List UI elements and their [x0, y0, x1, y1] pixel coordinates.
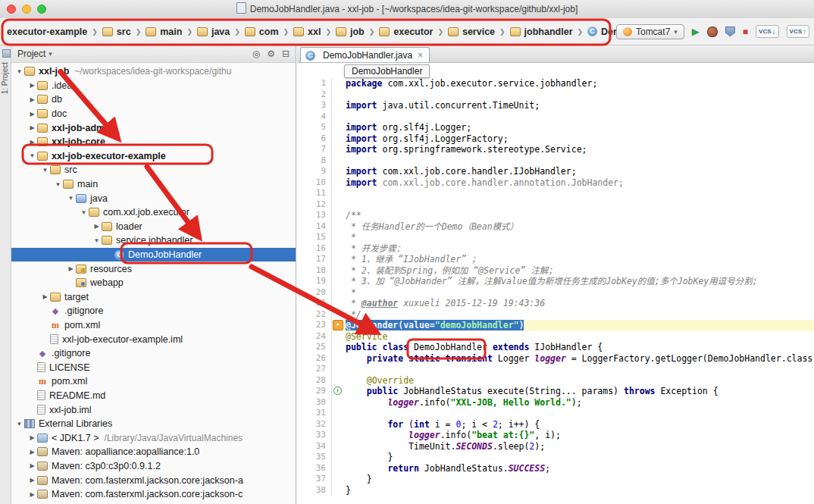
breadcrumb-item[interactable]: java [195, 25, 232, 39]
project-view-selector[interactable]: Project [17, 49, 52, 59]
tree-collapsed-icon[interactable] [66, 265, 76, 272]
code-text: import org.springframework.stereotype.Se… [346, 144, 814, 155]
tree-item[interactable]: xxl-job-executor-example [11, 149, 296, 164]
run-button[interactable] [692, 27, 700, 37]
tree-item[interactable]: < JDK1.7 >/Library/Java/JavaVirtualMachi… [11, 430, 296, 445]
project-tool-tab[interactable]: 1: Project [1, 62, 9, 94]
breadcrumb-item[interactable]: main [143, 25, 184, 39]
chevron-down-icon [49, 50, 52, 58]
tree-expanded-icon[interactable] [79, 209, 89, 216]
vcs-update-button[interactable]: VCS [756, 25, 778, 38]
tree-expanded-icon[interactable] [40, 167, 50, 174]
breadcrumb-item[interactable]: executor-example [5, 25, 89, 39]
line-number: 6 [297, 133, 332, 145]
tree-item[interactable]: src [11, 163, 296, 177]
gutter-marker-slot [332, 430, 346, 441]
gutter-marker-slot [332, 441, 346, 452]
tree-item[interactable]: doc [11, 107, 296, 121]
breadcrumb-item[interactable]: service [446, 25, 497, 39]
collapse-all-icon[interactable] [282, 49, 290, 59]
tree-item[interactable]: pom.xml [11, 374, 296, 389]
breadcrumb-item[interactable]: src [100, 25, 133, 39]
tree-expanded-icon[interactable] [27, 152, 37, 159]
tree-collapsed-icon[interactable] [40, 293, 50, 300]
breadcrumb-item[interactable]: xxl [291, 25, 323, 39]
breadcrumb-label: DemoJobHandler [601, 27, 616, 37]
tree-item[interactable]: java [11, 191, 296, 205]
breadcrumb-label: java [211, 27, 230, 37]
locate-icon[interactable] [252, 49, 260, 59]
tree-item[interactable]: main [11, 177, 296, 192]
breadcrumb-item[interactable]: executor [377, 25, 435, 39]
code-line: 34 TimeUnit.SECONDS.sleep(2); [297, 441, 814, 452]
tree-item[interactable]: External Libraries [11, 417, 296, 431]
tree-item[interactable]: xxl-job~/workspaces/idea-git-workspace/g… [11, 64, 296, 79]
tree-collapsed-icon[interactable] [27, 434, 37, 441]
editor-breadcrumb-chip[interactable]: DemoJobHandler [344, 64, 430, 78]
tree-item[interactable]: xxl-job-executor-example.iml [11, 332, 296, 346]
stop-button[interactable] [743, 27, 748, 37]
tree-expanded-icon[interactable] [66, 195, 76, 202]
code-line: 35 } [297, 452, 814, 463]
tree-item-label: pom.xml [64, 320, 100, 330]
coverage-button[interactable] [725, 27, 735, 37]
tree-collapsed-icon[interactable] [27, 462, 37, 469]
gear-icon[interactable] [267, 49, 275, 59]
debug-button[interactable] [707, 27, 718, 37]
tree-collapsed-icon[interactable] [92, 223, 102, 230]
chevron-right-icon [437, 28, 443, 36]
tree-collapsed-icon[interactable] [27, 449, 37, 455]
code-area[interactable]: 1package com.xxl.job.executor.service.jo… [297, 78, 814, 504]
tree-item[interactable]: com.xxl.job.executor [11, 205, 296, 220]
tree-item[interactable]: xxl-job-core [11, 135, 296, 149]
tree-item[interactable]: .gitignore [11, 346, 296, 361]
tree-collapsed-icon[interactable] [27, 477, 37, 484]
close-icon[interactable]: × [418, 52, 423, 59]
tree-collapsed-icon[interactable] [27, 491, 37, 498]
tree-item[interactable]: .idea [11, 79, 296, 93]
code-line: 25public class DemoJobHandler extends IJ… [297, 342, 814, 353]
tree-item[interactable]: Maven: aopalliance:aopalliance:1.0 [11, 445, 296, 459]
breadcrumb-item[interactable]: DemoJobHandler [585, 25, 616, 39]
tree-item[interactable]: service.jobhandler [11, 233, 296, 248]
class-icon [114, 250, 124, 260]
tree-expanded-icon[interactable] [92, 237, 102, 244]
tree-expanded-icon[interactable] [14, 68, 24, 75]
gutter-marker-slot [332, 78, 346, 89]
project-tool-icon[interactable] [2, 49, 11, 58]
breadcrumb-item[interactable]: jobhandler [508, 25, 575, 39]
tree-expanded-icon[interactable] [53, 181, 63, 188]
tree-item[interactable]: xxl-job-admin [11, 121, 296, 135]
package-icon [89, 208, 99, 217]
breadcrumb-item[interactable]: job [333, 25, 367, 39]
tree-item[interactable]: Maven: com.fasterxml.jackson.core:jackso… [11, 487, 296, 502]
line-number: 10 [297, 177, 332, 189]
chevron-right-icon [283, 28, 290, 36]
tree-item-label: target [64, 292, 89, 302]
tree-item[interactable]: resources [11, 261, 296, 276]
tree-expanded-icon[interactable] [14, 421, 24, 427]
vcs-commit-button[interactable]: VCS [787, 25, 809, 38]
tree-collapsed-icon[interactable] [27, 82, 37, 89]
tree-collapsed-icon[interactable] [27, 124, 37, 131]
tree-item[interactable]: LICENSE [11, 360, 296, 374]
tree-item[interactable]: loader [11, 220, 296, 234]
tree-item[interactable]: README.md [11, 389, 296, 403]
tree-item[interactable]: Maven: c3p0:c3p0:0.9.1.2 [11, 459, 296, 474]
tree-item[interactable]: pom.xml [11, 318, 296, 333]
editor-tab[interactable]: DemoJobHandler.java × [300, 47, 430, 62]
tree-item[interactable]: DemoJobHandler [11, 248, 296, 262]
folder-icon [510, 27, 521, 36]
tree-collapsed-icon[interactable] [27, 139, 37, 146]
tree-item[interactable]: Maven: com.fasterxml.jackson.core:jackso… [11, 473, 296, 487]
tree-item[interactable]: xxl-job.iml [11, 402, 296, 417]
tree-collapsed-icon[interactable] [27, 96, 37, 103]
tree-item[interactable]: db [11, 92, 296, 107]
breadcrumb-item[interactable]: com [243, 25, 281, 39]
tree-item[interactable]: .gitignore [11, 304, 296, 318]
tree-collapsed-icon[interactable] [27, 111, 37, 117]
tree-item[interactable]: target [11, 290, 296, 305]
tree-item-label: webapp [90, 277, 124, 288]
run-config-selector[interactable]: Tomcat7 [616, 24, 684, 39]
tree-item[interactable]: webapp [11, 276, 296, 290]
